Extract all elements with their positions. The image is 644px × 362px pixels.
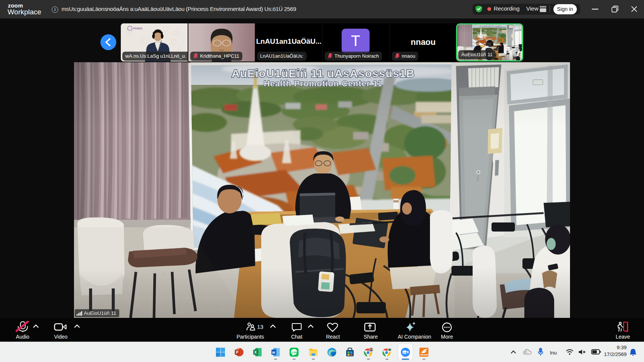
svg-text:LINE: LINE	[292, 351, 298, 354]
svg-text:READER: READER	[420, 354, 429, 356]
svg-text:W: W	[272, 351, 276, 354]
svg-text:PHWU: PHWU	[133, 27, 143, 30]
svg-text:P: P	[236, 350, 239, 354]
svg-text:zoom: zoom	[403, 352, 408, 354]
svg-text:X: X	[254, 350, 257, 354]
